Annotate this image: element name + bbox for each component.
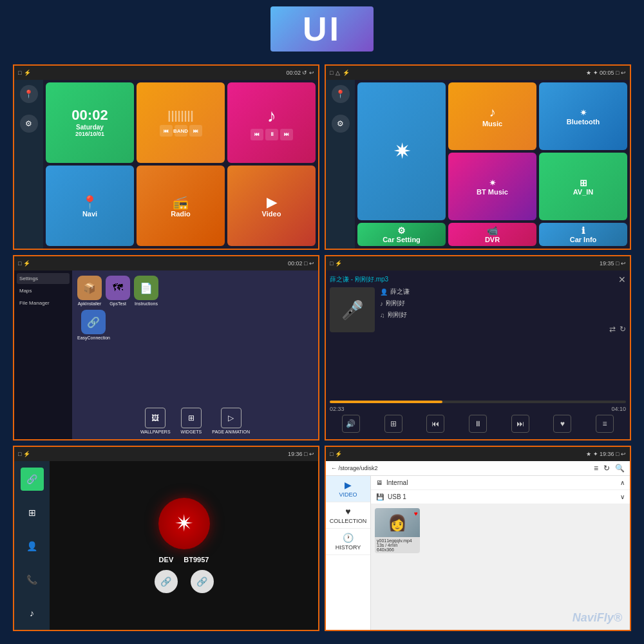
status-bar-1: □ ⚡ 00:02 ↺ ↩	[14, 66, 318, 80]
tile-video[interactable]: ▶ Video	[227, 166, 316, 246]
video-thumb-image: 👩	[375, 508, 420, 537]
search-icon[interactable]: 🔍	[615, 464, 625, 473]
close-btn[interactable]: ✕	[618, 274, 626, 285]
location-icon-2[interactable]: 📍	[332, 85, 350, 103]
path-text: /storage/udisk2	[339, 465, 378, 471]
screen-desktop: □ ⚡ 00:02 □ ↩ Settings Maps File Manager…	[13, 255, 319, 440]
bt-large-icon: ✴	[393, 138, 411, 164]
time-total: 04:10	[611, 406, 626, 412]
instructions-icon: 📄	[134, 276, 158, 300]
prev-btn[interactable]: ⏮	[160, 125, 173, 137]
sidebar-settings[interactable]: Settings	[17, 273, 70, 284]
progress-bar[interactable]	[330, 401, 626, 403]
screen-bluetooth: □ ⚡ 19:36 □ ↩ 🔗 ⊞ 👤 📞 ♪ ✴ DEV BT9957 🔗 🔗	[13, 446, 319, 631]
tile-clock[interactable]: 00:02 Saturday 2016/10/01	[46, 82, 134, 163]
widgets-item[interactable]: ⊞ WIDGETS	[181, 408, 202, 434]
music-header: 薛之谦 - 刚刚好.mp3 ✕	[330, 274, 626, 285]
video-thumb-info: y0011egqqlv.mp4 13s / 4min 640x366	[375, 537, 420, 553]
settings-icon-2[interactable]: ⚙	[332, 115, 350, 133]
band-btn[interactable]: BAND	[175, 125, 187, 137]
tile-radio[interactable]: |||||||| ⏮ BAND ⏭	[137, 82, 225, 163]
file-tree-usb[interactable]: 💾 USB 1 ∨	[371, 490, 630, 504]
music-next[interactable]: ⏭	[280, 129, 293, 140]
music-play[interactable]: ⏸	[265, 129, 278, 140]
tile-bt-large[interactable]: ✴	[357, 82, 446, 220]
video-sidebar-label: VIDEO	[339, 491, 357, 498]
back-arrow[interactable]: ←	[331, 465, 339, 471]
video-icon: ▶	[267, 194, 276, 210]
history-icon: 🕐	[343, 533, 354, 543]
shuffle-icon[interactable]: ⇄	[609, 325, 616, 334]
app-easyconnection[interactable]: 🔗 EasyConnection	[77, 310, 110, 340]
easyconnection-label: EasyConnection	[77, 336, 110, 340]
app-gpstest[interactable]: 🗺 GpsTest	[106, 276, 130, 306]
bt-tab-contacts[interactable]: 👤	[21, 535, 44, 558]
repeat-icon[interactable]: ↻	[620, 325, 626, 334]
clock-date: 2016/10/01	[75, 131, 104, 137]
file-header-icons: ≡ ↻ 🔍	[594, 464, 625, 473]
file-sidebar: ▶ VIDEO ♥ COLLECTION 🕐 HISTORY	[326, 476, 371, 630]
refresh-icon[interactable]: ↻	[603, 464, 610, 473]
tile-radio2[interactable]: 📻 Radio	[137, 166, 225, 246]
file-tree-internal[interactable]: 🖥 Internal ∧	[371, 476, 630, 490]
next-btn[interactable]: ⏭	[511, 415, 529, 433]
file-sidebar-history[interactable]: 🕐 HISTORY	[326, 529, 370, 555]
home-main-grid: 00:02 Saturday 2016/10/01 |||||||| ⏮ BAN…	[43, 80, 318, 249]
dvr-icon: 📹	[487, 225, 498, 236]
tile-carsetting[interactable]: ⚙ Car Setting	[357, 223, 446, 246]
time-current: 02:33	[330, 406, 345, 412]
wallpapers-item[interactable]: 🖼 WALLPAPERS	[140, 408, 171, 434]
desktop-main: 📦 ApkInstaller 🗺 GpsTest 📄 Instructions …	[72, 270, 318, 439]
album-art: 🎤	[330, 287, 375, 332]
sort-icon[interactable]: ≡	[594, 464, 598, 473]
file-sidebar-collection[interactable]: ♥ COLLECTION	[326, 502, 370, 529]
pageanimation-item[interactable]: ▷ PAGE ANIMATION	[212, 408, 250, 434]
app-row-2: 🔗 EasyConnection	[77, 310, 313, 340]
file-sidebar-video[interactable]: ▶ VIDEO	[326, 476, 370, 502]
tile-navi[interactable]: 📍 Navi	[46, 166, 134, 246]
tile-music[interactable]: ♪ ⏮ ⏸ ⏭	[227, 82, 316, 163]
btmusic-label: BT Music	[477, 188, 508, 196]
ui-title-container: UI	[270, 6, 374, 52]
music-prev[interactable]: ⏮	[251, 129, 263, 140]
gpstest-icon: 🗺	[106, 276, 130, 300]
tile-btmusic[interactable]: ✴ BT Music	[448, 153, 536, 220]
tile-bluetooth[interactable]: ✴ Bluetooth	[539, 82, 627, 150]
player-buttons: 🔊 ⊞ ⏮ ⏸ ⏭ ♥ ≡	[330, 412, 626, 435]
heart-btn[interactable]: ♥	[553, 415, 571, 433]
artist-row: 👤 薛之谦	[380, 287, 626, 296]
settings-icon[interactable]: ⚙	[20, 115, 38, 133]
bt-tab-calls[interactable]: 📞	[21, 568, 44, 591]
bt-tab-dialpad[interactable]: ⊞	[21, 501, 44, 524]
video-filename: y0011egqqlv.mp4	[377, 538, 418, 543]
bt-tab-music[interactable]: ♪	[21, 601, 44, 625]
tile-music2[interactable]: ♪ Music	[448, 82, 536, 150]
tile-dvr[interactable]: 📹 DVR	[448, 223, 536, 246]
volume-btn[interactable]: 🔊	[342, 415, 360, 433]
tile-carinfo[interactable]: ℹ Car Info	[539, 223, 627, 246]
app-instructions[interactable]: 📄 Instructions	[134, 276, 158, 306]
eq-btn[interactable]: ⊞	[384, 415, 402, 433]
collapse-icon: ∨	[620, 493, 625, 500]
tile-avin[interactable]: ⊞ AV_IN	[539, 153, 627, 220]
avin-icon: ⊞	[580, 178, 587, 188]
pageanimation-icon: ▷	[221, 408, 242, 428]
play-pause-btn[interactable]: ⏸	[469, 415, 487, 433]
location-icon[interactable]: 📍	[20, 85, 38, 103]
screen6-content: ← /storage/udisk2 ≡ ↻ 🔍 ▶ VIDEO ♥	[326, 461, 630, 630]
next-btn[interactable]: ⏭	[189, 125, 202, 137]
desktop-bottom-bar: 🖼 WALLPAPERS ⊞ WIDGETS ▷ PAGE ANIMATION	[77, 405, 313, 434]
list-btn[interactable]: ≡	[596, 415, 614, 433]
bt-tab-link[interactable]: 🔗	[21, 468, 44, 491]
easyconnection-icon: 🔗	[81, 310, 106, 334]
prev-btn[interactable]: ⏮	[426, 415, 444, 433]
sidebar-filemanager[interactable]: File Manager	[17, 298, 70, 308]
collection-label: COLLECTION	[330, 518, 367, 524]
app-apkinstaller[interactable]: 📦 ApkInstaller	[77, 276, 102, 306]
radio-label: Radio	[171, 210, 191, 218]
sidebar-maps[interactable]: Maps	[17, 285, 70, 296]
file-body: ▶ VIDEO ♥ COLLECTION 🕐 HISTORY	[326, 476, 630, 630]
video-thumbnail[interactable]: 👩 ♥ y0011egqqlv.mp4 13s / 4min 640x366	[375, 508, 420, 553]
bt-connect-btn1[interactable]: 🔗	[155, 570, 178, 593]
bt-connect-btn2[interactable]: 🔗	[191, 570, 214, 593]
